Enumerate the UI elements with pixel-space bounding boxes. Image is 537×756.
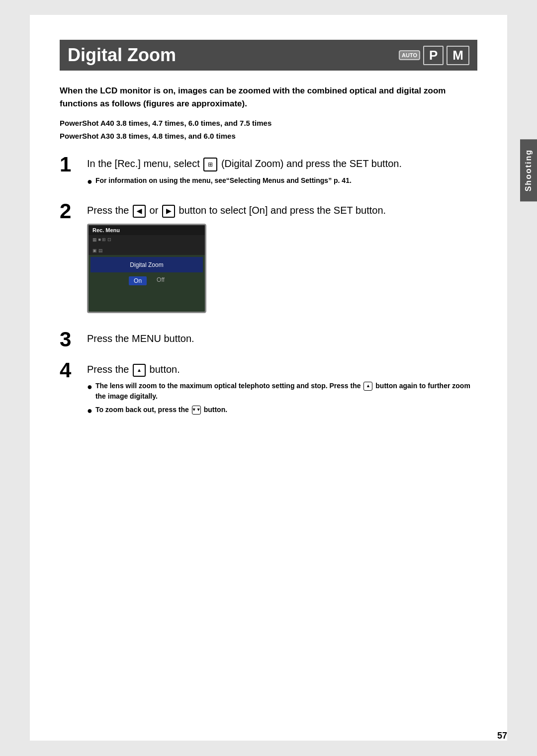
digital-zoom-icon: ⊞ bbox=[203, 158, 217, 171]
model-specs: PowerShot A40 3.8 times, 4.7 times, 6.0 … bbox=[60, 117, 477, 142]
intro-text: When the LCD monitor is on, images can b… bbox=[60, 84, 477, 110]
step-4-before: Press the bbox=[87, 364, 132, 375]
step-2-after: button to select [On] and press the SET … bbox=[179, 205, 386, 216]
mode-icons: AUTO P M bbox=[399, 46, 469, 65]
lcd-title: Rec. Menu bbox=[92, 227, 120, 233]
model-a30: PowerShot A30 3.8 times, 4.8 times, and … bbox=[60, 130, 477, 143]
lcd-options: On Off bbox=[89, 274, 205, 287]
lcd-sub-row: ▣ ▤ bbox=[89, 244, 205, 255]
step-2-or: or bbox=[150, 205, 161, 216]
lcd-top-bar: Rec. Menu bbox=[89, 225, 205, 235]
step-1-text: In the [Rec.] menu, select ⊞ (Digital Zo… bbox=[87, 156, 477, 171]
lcd-highlight: Digital Zoom bbox=[90, 257, 203, 272]
step-3-number: 3 bbox=[60, 329, 87, 350]
step-1-number: 1 bbox=[60, 154, 87, 175]
title-bar: Digital Zoom AUTO P M bbox=[60, 40, 477, 71]
model-a40: PowerShot A40 3.8 times, 4.7 times, 6.0 … bbox=[60, 117, 477, 130]
step-1-content: In the [Rec.] menu, select ⊞ (Digital Zo… bbox=[87, 156, 477, 191]
step-1: 1 In the [Rec.] menu, select ⊞ (Digital … bbox=[60, 156, 477, 191]
step-1-note: ● For information on using the menu, see… bbox=[87, 175, 477, 188]
lcd-menu-row-1: ▦ ■ ⊞ ⊡ bbox=[89, 235, 205, 244]
step-2-number: 2 bbox=[60, 201, 87, 222]
p-mode-icon: P bbox=[423, 46, 444, 65]
m-mode-icon: M bbox=[447, 46, 469, 65]
page-title: Digital Zoom bbox=[68, 45, 176, 66]
lcd-digital-zoom-label: Digital Zoom bbox=[130, 261, 163, 268]
step-2: 2 Press the ◀ or ▶ button to select [On]… bbox=[60, 203, 477, 319]
step-3: 3 Press the MENU button. bbox=[60, 331, 477, 350]
right-arrow-icon: ▶ bbox=[162, 205, 175, 218]
lcd-on-option: On bbox=[129, 276, 147, 285]
lcd-screen: Rec. Menu ▦ ■ ⊞ ⊡ ▣ ▤ Digital Zoom On Of… bbox=[87, 224, 206, 313]
page-number: 57 bbox=[497, 731, 507, 741]
step-4-text: Press the ▲ button. bbox=[87, 362, 477, 377]
step-4: 4 Press the ▲ button. ● The lens will zo… bbox=[60, 362, 477, 420]
sidebar-shooting-tab: Shooting bbox=[520, 139, 537, 201]
sidebar-label: Shooting bbox=[524, 149, 533, 191]
step-4-content: Press the ▲ button. ● The lens will zoom… bbox=[87, 362, 477, 420]
step-3-content: Press the MENU button. bbox=[87, 331, 477, 350]
lcd-off-option: Off bbox=[157, 276, 165, 285]
telephoto-icon-inline: ▲ bbox=[363, 382, 372, 391]
telephoto-icon: ▲ bbox=[133, 364, 146, 377]
wide-icon-inline: ▼▼ bbox=[192, 406, 201, 415]
step-4-number: 4 bbox=[60, 360, 87, 381]
step-2-before: Press the bbox=[87, 205, 132, 216]
step-2-content: Press the ◀ or ▶ button to select [On] a… bbox=[87, 203, 477, 319]
step-2-text: Press the ◀ or ▶ button to select [On] a… bbox=[87, 203, 477, 218]
step-3-text: Press the MENU button. bbox=[87, 331, 477, 346]
step-4-note-2: ● To zoom back out, press the ▼▼ button. bbox=[87, 405, 477, 417]
page-content: Digital Zoom AUTO P M When the LCD monit… bbox=[30, 15, 507, 741]
step-4-after: button. bbox=[150, 364, 180, 375]
auto-icon: AUTO bbox=[399, 50, 420, 60]
left-arrow-icon: ◀ bbox=[133, 205, 146, 218]
step-4-note-1: ● The lens will zoom to the maximum opti… bbox=[87, 381, 477, 402]
